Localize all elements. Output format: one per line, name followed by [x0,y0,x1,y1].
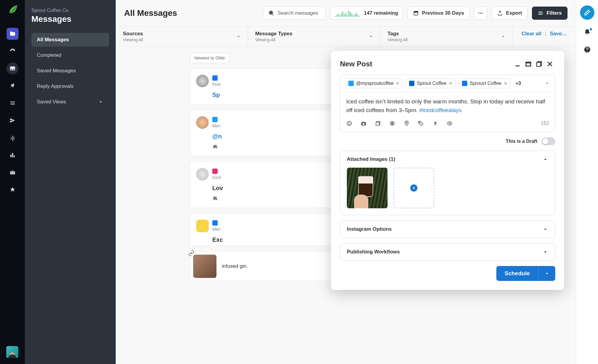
more-profiles-count[interactable]: +3 [515,81,521,86]
sidebar-item-all-messages[interactable]: All Messages [31,33,109,47]
chevron-up-icon [542,156,548,162]
user-avatar[interactable] [6,346,18,358]
filter-tags[interactable]: Tags Viewing All [380,27,512,46]
nav-dashboard-icon[interactable] [7,45,19,57]
profile-picker[interactable]: @mysproutcoffee ✕ Sprout Coffee ✕ Sprouc… [340,75,555,92]
sidebar-item-reply-approvals[interactable]: Reply Approvals [31,79,109,93]
svg-point-18 [449,123,451,124]
chevron-down-icon [98,99,104,105]
close-button[interactable] [544,59,555,69]
conversation-icon[interactable] [212,196,218,202]
profile-chip-twitter[interactable]: @mysproutcoffee ✕ [345,79,403,88]
filters-button[interactable]: Filters [532,7,568,20]
sidebar-item-saved-views[interactable]: Saved Views [31,95,109,109]
svg-rect-5 [526,62,531,63]
sprout-logo-icon [6,4,19,16]
svg-point-9 [348,123,349,123]
draft-toggle[interactable] [541,137,555,145]
conversation-icon[interactable] [212,144,218,150]
search-input[interactable]: Search messages [263,7,326,20]
svg-point-2 [482,13,483,13]
svg-rect-3 [515,65,520,66]
clear-all-link[interactable]: Clear all [521,31,541,37]
nav-bot-icon[interactable] [7,166,19,178]
help-icon [584,46,591,53]
notification-dot-icon [590,28,592,30]
tag-icon[interactable] [418,120,424,126]
nav-inbox-icon[interactable] [7,62,19,74]
schedule-button[interactable]: Schedule [496,266,538,281]
remove-icon[interactable]: ✕ [504,81,507,86]
remaining-widget[interactable]: 147 remaining [330,7,403,20]
compose-textarea[interactable]: Iced coffee isn’t limited to only the wa… [340,92,555,116]
svg-point-0 [478,13,479,13]
filter-actions: Clear all | Save… [512,27,576,46]
nav-star-icon[interactable] [7,184,19,196]
nav-pin-icon[interactable] [7,80,19,92]
svg-point-16 [406,122,407,123]
nav-list-icon[interactable] [7,97,19,109]
sort-select[interactable]: Newest to Olde [190,53,230,63]
filter-message-types[interactable]: Message Types Viewing All [248,27,380,46]
preview-icon[interactable] [447,120,453,126]
chevron-down-icon [542,226,548,232]
nav-messages-icon[interactable] [7,28,19,40]
add-attachment-button[interactable]: + [393,168,434,208]
sidebar-item-saved-messages[interactable]: Saved Messages [31,64,109,78]
remove-icon[interactable]: ✕ [449,81,452,86]
attachment-thumbnail[interactable] [347,168,388,208]
chevron-down-icon [544,270,550,276]
schedule-button-group: Schedule [496,266,555,281]
char-count: 152 [541,121,549,126]
svg-point-17 [419,122,420,123]
remove-icon[interactable]: ✕ [396,81,399,86]
save-filter-link[interactable]: Save… [550,31,567,37]
emoji-icon[interactable] [346,120,352,126]
avatar [196,220,209,232]
chevron-down-icon [236,33,242,39]
attached-images-header[interactable]: Attached Images (1) [340,151,555,168]
nav-reports-icon[interactable] [7,149,19,161]
target-icon[interactable] [389,120,395,126]
section-title: Messages [31,14,109,24]
export-button[interactable]: Export [491,7,528,20]
compose-icon [584,9,591,16]
instagram-options-section[interactable]: Instagram Options [340,221,555,238]
company-name: Sprout Coffee Co. [31,8,109,13]
link-thumbnail [193,255,216,278]
compose-fab[interactable] [580,5,594,20]
left-rail [0,0,25,364]
sparkline-icon [335,10,360,17]
twitter-icon [348,81,354,86]
minimize-button[interactable] [512,59,523,69]
publishing-workflows-section[interactable]: Publishing Workflows [340,243,555,261]
schedule-dropdown[interactable] [538,266,555,281]
nav-send-icon[interactable] [7,114,19,126]
plus-icon: + [410,184,417,192]
chevron-down-icon[interactable] [544,80,550,86]
calendar-icon [413,10,419,16]
restore-button[interactable] [523,59,534,69]
maximize-button[interactable] [534,59,544,69]
date-range-button[interactable]: Previous 30 Days [407,7,470,20]
nav-listening-icon[interactable] [7,132,19,144]
camera-icon[interactable] [361,120,367,126]
gallery-icon[interactable] [375,120,381,126]
approval-icon[interactable] [432,120,438,126]
help-button[interactable] [584,46,591,54]
svg-point-8 [347,121,352,126]
draft-label: This is a Draft [506,139,537,144]
chevron-down-icon [368,33,374,39]
chevron-down-icon [500,33,506,39]
profile-chip-facebook[interactable]: Sprouct Coffee ✕ [459,79,511,88]
sidebar-item-completed[interactable]: Completed [31,48,109,62]
search-icon [269,10,274,16]
compose-box: @mysproutcoffee ✕ Sprout Coffee ✕ Sprouc… [340,75,555,132]
filter-sources[interactable]: Sources Viewing All [116,27,248,46]
profile-chip-linkedin[interactable]: Sprout Coffee ✕ [406,79,455,88]
header: All Messages Search messages 147 remaini… [116,0,576,26]
more-button[interactable] [474,7,487,20]
main: All Messages Search messages 147 remaini… [116,0,576,364]
location-icon[interactable] [404,120,410,126]
notifications-button[interactable] [584,29,591,37]
